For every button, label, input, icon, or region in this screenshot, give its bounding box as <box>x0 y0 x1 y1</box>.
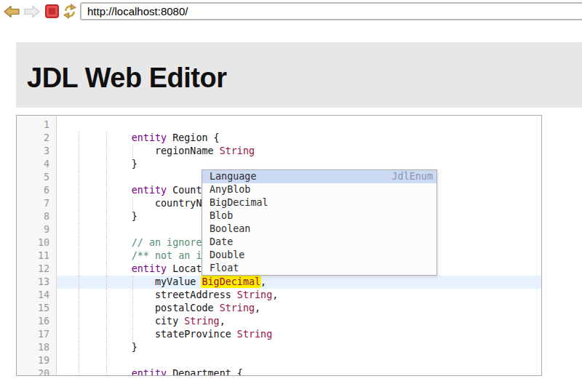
indent-guide <box>106 145 107 158</box>
indent-guide <box>79 223 79 236</box>
indent-guide <box>79 132 79 145</box>
code-token: , <box>260 276 266 287</box>
indent-guide <box>106 171 107 184</box>
code-line[interactable]: city String, <box>57 315 541 328</box>
autocomplete-item-detail: JdlEnum <box>392 170 433 183</box>
code-token: regionName <box>61 145 220 156</box>
indent-guide <box>79 315 79 328</box>
code-line[interactable]: stateProvince String <box>57 328 541 341</box>
autocomplete-item[interactable]: Boolean <box>202 223 436 236</box>
autocomplete-item[interactable]: Blob <box>202 209 436 223</box>
indent-guide <box>106 315 107 328</box>
code-line[interactable]: postalCode String, <box>57 302 541 315</box>
code-token: postalCode <box>61 303 220 313</box>
indent-guide <box>79 158 79 171</box>
code-token: } <box>61 211 137 222</box>
indent-guide <box>79 236 79 249</box>
code-token: String <box>237 289 272 300</box>
indent-guide <box>106 276 107 289</box>
code-token <box>61 132 132 143</box>
code-line[interactable]: } <box>57 341 541 354</box>
indent-guide <box>79 367 79 376</box>
code-line[interactable]: regionName String <box>57 145 541 158</box>
indent-guide <box>132 315 133 328</box>
code-token: entity <box>132 263 167 274</box>
line-number: 8 <box>17 210 56 223</box>
line-number-gutter: 1234567891011121314151617181920 <box>17 116 57 375</box>
code-token: String <box>237 329 272 340</box>
autocomplete-item-label: Language <box>210 170 257 183</box>
code-line[interactable] <box>57 119 541 132</box>
indent-guide <box>132 302 133 315</box>
indent-guide <box>79 354 79 367</box>
indent-guide <box>106 302 107 315</box>
code-token: entity <box>132 185 167 196</box>
line-number: 12 <box>17 263 56 276</box>
code-token: Department { <box>167 368 243 376</box>
line-number: 10 <box>17 236 56 249</box>
code-token: String <box>184 316 219 327</box>
line-number: 1 <box>17 119 56 132</box>
back-arrow-icon <box>4 5 20 18</box>
autocomplete-item[interactable]: Double <box>202 249 436 262</box>
autocomplete-item[interactable]: Float <box>202 262 436 275</box>
indent-guide <box>132 289 133 302</box>
indent-guide <box>79 171 79 184</box>
line-number: 14 <box>17 289 56 302</box>
stop-icon <box>49 8 55 15</box>
indent-guide <box>106 341 107 354</box>
code-token: myValue <box>61 276 202 287</box>
indent-guide <box>106 223 107 236</box>
code-line[interactable]: entity Region { <box>57 132 541 145</box>
back-button[interactable] <box>4 5 20 18</box>
refresh-button[interactable] <box>62 3 78 20</box>
code-editor[interactable]: 1234567891011121314151617181920 entity R… <box>16 115 542 376</box>
indent-guide <box>106 197 107 210</box>
forward-button[interactable] <box>24 5 40 18</box>
indent-guide <box>79 210 79 223</box>
code-line[interactable]: streetAddress String, <box>57 289 541 302</box>
line-number: 5 <box>17 171 56 184</box>
indent-guide <box>79 276 79 289</box>
indent-guide <box>106 210 107 223</box>
indent-guide <box>132 197 133 210</box>
line-number: 9 <box>17 223 56 236</box>
autocomplete-item[interactable]: Date <box>202 236 436 249</box>
code-token: , <box>272 289 278 300</box>
code-token <box>61 185 132 196</box>
line-number: 3 <box>17 145 56 158</box>
code-line[interactable] <box>57 354 541 367</box>
indent-guide <box>106 184 107 197</box>
line-number: 17 <box>17 328 56 341</box>
line-number: 7 <box>17 197 56 210</box>
line-number: 6 <box>17 184 56 197</box>
line-number: 11 <box>17 249 56 263</box>
code-token: , <box>255 303 260 313</box>
code-token: streetAddress <box>61 289 237 300</box>
line-number: 4 <box>17 158 56 171</box>
code-token <box>61 368 132 376</box>
code-line[interactable]: entity Department { <box>57 367 541 376</box>
highlighted-token: BigDecimal <box>202 276 260 287</box>
active-code-line[interactable]: myValue BigDecimal, <box>57 276 541 289</box>
indent-guide <box>79 249 79 263</box>
code-token: countryName <box>61 198 226 209</box>
stop-button[interactable] <box>45 4 59 18</box>
line-number: 15 <box>17 302 56 315</box>
line-number: 20 <box>17 367 56 376</box>
code-token: String <box>220 145 255 156</box>
code-token: Region { <box>167 132 220 143</box>
page-title: JDL Web Editor <box>16 42 582 94</box>
autocomplete-popup[interactable]: LanguageJdlEnumAnyBlobBigDecimalBlobBool… <box>202 169 437 276</box>
code-token: entity <box>132 132 167 143</box>
autocomplete-selected-item[interactable]: LanguageJdlEnum <box>202 170 436 183</box>
autocomplete-item[interactable]: AnyBlob <box>202 183 436 196</box>
indent-guide <box>132 145 133 158</box>
autocomplete-item[interactable]: BigDecimal <box>202 196 436 209</box>
browser-toolbar <box>0 0 582 23</box>
indent-guide <box>79 263 79 276</box>
indent-guide <box>106 236 107 249</box>
url-input[interactable] <box>80 2 582 20</box>
code-token: , <box>220 316 226 327</box>
indent-guide <box>106 367 107 376</box>
